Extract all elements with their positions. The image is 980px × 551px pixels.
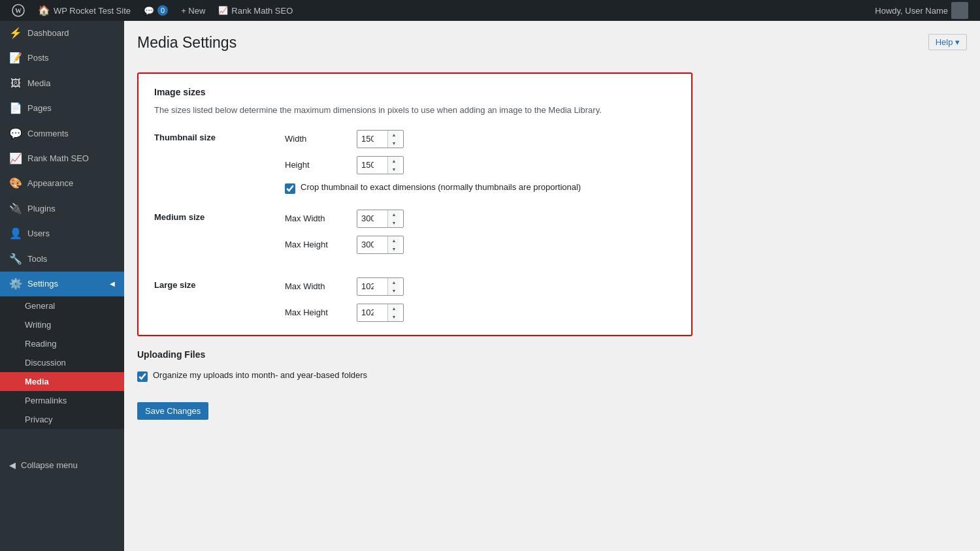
settings-submenu: General Writing Reading Discussion Media…: [0, 296, 124, 429]
rank-math-link[interactable]: 📈 Rank Math SEO: [212, 0, 299, 21]
collapse-menu-button[interactable]: ◀ Collapse menu: [0, 455, 124, 475]
thumbnail-height-spinner: ▲ ▼: [387, 157, 400, 174]
comments-link[interactable]: 💬 0: [137, 0, 174, 21]
sidebar-label-rank-math-seo: Rank Math SEO: [27, 153, 89, 165]
thumbnail-height-down[interactable]: ▼: [388, 165, 400, 174]
site-name: WP Rocket Test Site: [54, 6, 131, 16]
medium-max-height-label: Max Height: [285, 240, 357, 249]
medium-size-content: Max Width ▲ ▼ Max Height: [285, 210, 676, 262]
site-name-link[interactable]: 🏠 WP Rocket Test Site: [31, 0, 137, 21]
media-icon: 🖼: [9, 76, 22, 91]
sidebar-item-comments[interactable]: 💬 Comments: [0, 121, 124, 146]
uploading-title: Uploading Files: [137, 349, 693, 360]
sidebar-label-comments: Comments: [27, 128, 69, 140]
medium-max-width-label: Max Width: [285, 213, 357, 223]
sidebar-item-dashboard[interactable]: ⚡ Dashboard: [0, 21, 124, 46]
collapse-arrow-icon: ◀: [9, 460, 16, 470]
topbar-right: Howdy, User Name: [875, 2, 975, 19]
settings-icon: ⚙️: [9, 277, 22, 291]
rankmath-icon: 📈: [9, 151, 22, 166]
submenu-discussion[interactable]: Discussion: [0, 353, 124, 372]
page-title: Media Settings: [137, 34, 237, 52]
organize-uploads-checkbox[interactable]: [137, 371, 148, 382]
sidebar-item-appearance[interactable]: 🎨 Appearance: [0, 171, 124, 196]
thumbnail-height-input[interactable]: [357, 157, 387, 174]
thumbnail-width-label: Width: [285, 134, 357, 144]
howdy-text: Howdy, User Name: [875, 6, 948, 16]
medium-size-label: Medium size: [154, 210, 285, 222]
large-height-spinner: ▲ ▼: [387, 304, 400, 321]
thumbnail-width-down[interactable]: ▼: [388, 139, 400, 148]
thumbnail-width-row: Width ▲ ▼: [285, 130, 676, 148]
comment-count: 0: [157, 5, 168, 16]
thumbnail-height-label: Height: [285, 160, 357, 170]
medium-max-width-row: Max Width ▲ ▼: [285, 210, 676, 228]
medium-size-row: Medium size Max Width ▲ ▼ Max H: [154, 210, 676, 262]
large-size-row: Large size Max Width ▲ ▼ Max He: [154, 277, 676, 322]
medium-width-down[interactable]: ▼: [388, 219, 400, 227]
medium-width-spinner: ▲ ▼: [387, 210, 400, 227]
thumbnail-width-up[interactable]: ▲: [388, 131, 400, 139]
sidebar-item-settings[interactable]: ⚙️ Settings ◀: [0, 272, 124, 296]
organize-uploads-row: Organize my uploads into month- and year…: [137, 370, 693, 382]
medium-height-down[interactable]: ▼: [388, 245, 400, 253]
large-height-input-group: ▲ ▼: [357, 304, 404, 322]
save-changes-button[interactable]: Save Changes: [137, 402, 208, 420]
submenu-general[interactable]: General: [0, 296, 124, 315]
image-sizes-desc: The sizes listed below determine the max…: [154, 104, 676, 117]
sidebar-item-plugins[interactable]: 🔌 Plugins: [0, 197, 124, 221]
main-content: Media Settings Help ▾ Image sizes The si…: [124, 21, 980, 551]
submenu-writing[interactable]: Writing: [0, 315, 124, 334]
medium-max-height-row: Max Height ▲ ▼: [285, 236, 676, 254]
sidebar-item-media[interactable]: 🖼 Media: [0, 71, 124, 96]
sidebar-item-posts[interactable]: 📝 Posts: [0, 46, 124, 71]
thumbnail-width-input[interactable]: [357, 131, 387, 148]
dashboard-icon: ⚡: [9, 26, 22, 40]
large-height-input[interactable]: [357, 304, 387, 321]
sidebar-item-users[interactable]: 👤 Users: [0, 221, 124, 246]
large-size-content: Max Width ▲ ▼ Max Height: [285, 277, 676, 322]
medium-height-spinner: ▲ ▼: [387, 236, 400, 253]
medium-height-up[interactable]: ▲: [388, 236, 400, 245]
sidebar-label-appearance: Appearance: [27, 178, 73, 189]
posts-icon: 📝: [9, 51, 22, 65]
submenu-privacy[interactable]: Privacy: [0, 410, 124, 429]
submenu-permalinks[interactable]: Permalinks: [0, 391, 124, 410]
thumbnail-width-spinner: ▲ ▼: [387, 131, 400, 148]
settings-arrow-icon: ◀: [110, 279, 115, 289]
sidebar-label-tools: Tools: [27, 253, 47, 265]
sidebar-label-plugins: Plugins: [27, 203, 56, 215]
sidebar-label-posts: Posts: [27, 52, 49, 64]
large-width-down[interactable]: ▼: [388, 287, 400, 295]
user-avatar[interactable]: [951, 2, 968, 19]
large-max-height-row: Max Height ▲ ▼: [285, 304, 676, 322]
submenu-media[interactable]: Media: [0, 372, 124, 391]
sidebar-item-tools[interactable]: 🔧 Tools: [0, 247, 124, 272]
organize-uploads-label[interactable]: Organize my uploads into month- and year…: [153, 370, 367, 380]
thumbnail-size-content: Width ▲ ▼ Height: [285, 130, 676, 194]
sidebar-item-pages[interactable]: 📄 Pages: [0, 96, 124, 121]
thumbnail-height-up[interactable]: ▲: [388, 157, 400, 165]
large-height-up[interactable]: ▲: [388, 304, 400, 313]
medium-width-input[interactable]: [357, 210, 387, 227]
wp-logo[interactable]: W: [5, 0, 31, 21]
topbar: W 🏠 WP Rocket Test Site 💬 0 + New 📈 Rank…: [0, 0, 980, 21]
medium-height-input[interactable]: [357, 236, 387, 253]
thumbnail-crop-checkbox[interactable]: [285, 183, 295, 194]
submenu-reading[interactable]: Reading: [0, 334, 124, 353]
medium-width-up[interactable]: ▲: [388, 210, 400, 219]
large-max-width-row: Max Width ▲ ▼: [285, 277, 676, 296]
large-width-input[interactable]: [357, 278, 387, 295]
thumbnail-size-row: Thumbnail size Width ▲ ▼ Height: [154, 130, 676, 194]
large-width-up[interactable]: ▲: [388, 278, 400, 287]
sidebar-item-rank-math-seo[interactable]: 📈 Rank Math SEO: [0, 146, 124, 171]
users-icon: 👤: [9, 227, 22, 241]
medium-width-input-group: ▲ ▼: [357, 210, 404, 228]
new-button[interactable]: + New: [174, 0, 212, 21]
help-button[interactable]: Help ▾: [928, 34, 967, 50]
sidebar-label-settings: Settings: [27, 278, 58, 290]
large-height-down[interactable]: ▼: [388, 313, 400, 321]
thumbnail-crop-label[interactable]: Crop thumbnail to exact dimensions (norm…: [301, 182, 581, 192]
thumbnail-size-label: Thumbnail size: [154, 130, 285, 142]
medium-height-input-group: ▲ ▼: [357, 236, 404, 254]
